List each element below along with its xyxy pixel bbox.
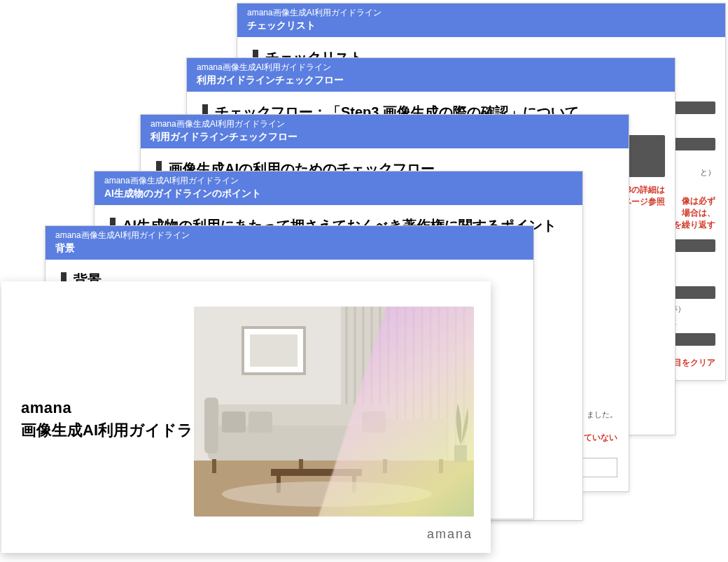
svg-rect-27 — [212, 459, 216, 473]
svg-rect-19 — [250, 335, 298, 367]
header-suptitle: amana画像生成AI利用ガイドライン — [247, 8, 715, 19]
svg-rect-25 — [248, 412, 272, 433]
slide-header: amana画像生成AI利用ガイドライン チェックリスト — [237, 3, 725, 37]
slide-header: amana画像生成AI利用ガイドライン 利用ガイドラインチェックフロー — [187, 58, 675, 92]
header-suptitle: amana画像生成AI利用ガイドライン — [104, 176, 573, 187]
header-title: チェックリスト — [247, 19, 715, 31]
slide-cover: amana 画像生成AI利用ガイドライン — [1, 281, 491, 553]
header-title: 背景 — [55, 241, 524, 254]
cover-image — [194, 307, 474, 517]
slide-stack: amana画像生成AI利用ガイドライン チェックリスト チェックリスト ているか… — [0, 0, 728, 562]
slide-header: amana画像生成AI利用ガイドライン 背景 — [46, 226, 533, 260]
svg-rect-24 — [222, 412, 246, 433]
svg-rect-23 — [204, 398, 218, 454]
slide-header: amana画像生成AI利用ガイドライン 利用ガイドラインチェックフロー — [141, 115, 629, 148]
warning-text: 目をクリア — [673, 357, 715, 369]
header-suptitle: amana画像生成AI利用ガイドライン — [150, 119, 619, 130]
header-title: 利用ガイドラインチェックフロー — [150, 130, 619, 143]
note-text: ました。 — [587, 409, 617, 421]
header-title: AI生成物のガイドラインのポイント — [104, 187, 573, 199]
brand-logo: amana — [427, 527, 472, 542]
header-suptitle: amana画像生成AI利用ガイドライン — [55, 230, 524, 241]
header-title: 利用ガイドラインチェックフロー — [197, 73, 665, 86]
slide-header: amana画像生成AI利用ガイドライン AI生成物のガイドラインのポイント — [94, 171, 582, 205]
header-suptitle: amana画像生成AI利用ガイドライン — [197, 62, 665, 73]
